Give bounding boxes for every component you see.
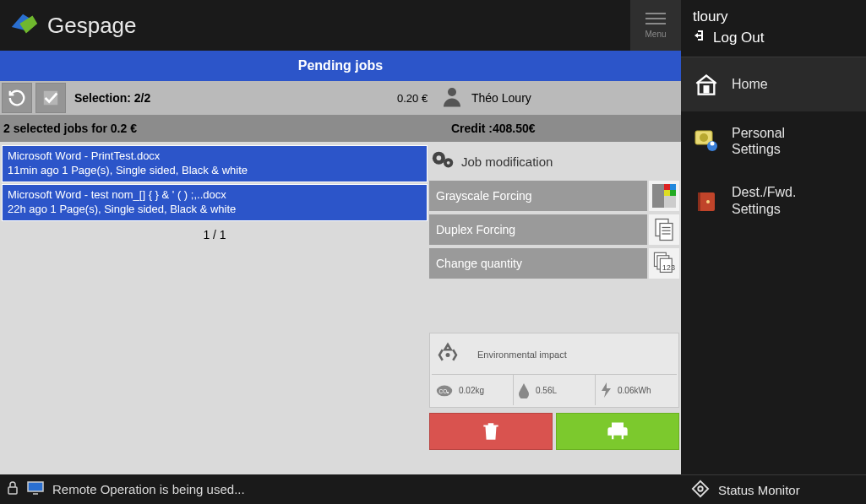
right-panel: Job modification Grayscale Forcing D xyxy=(429,142,679,474)
page-title: Pending jobs xyxy=(0,51,681,81)
job-item[interactable]: Microsoft Word - PrintTest.docx 11min ag… xyxy=(2,145,428,182)
water-value: 0.56L xyxy=(536,386,557,395)
print-button[interactable] xyxy=(556,413,679,450)
svg-point-5 xyxy=(447,161,450,165)
svg-point-37 xyxy=(711,142,715,146)
svg-text:123: 123 xyxy=(662,263,675,272)
svg-rect-29 xyxy=(8,487,17,494)
status-monitor-icon xyxy=(691,480,710,501)
svg-point-41 xyxy=(698,486,703,491)
svg-rect-10 xyxy=(670,190,676,196)
jobmod-header: Job modification xyxy=(429,145,679,181)
svg-rect-33 xyxy=(705,86,709,92)
duplex-icon[interactable] xyxy=(649,214,679,245)
sidebar-personal-label: PersonalSettings xyxy=(732,125,785,157)
svg-rect-25 xyxy=(488,429,490,438)
lock-icon xyxy=(7,481,19,497)
selection-cost: 0.20 € xyxy=(397,92,428,105)
status-monitor-label: Status Monitor xyxy=(718,483,800,497)
content: Microsoft Word - PrintTest.docx 11min ag… xyxy=(0,142,681,474)
svg-rect-28 xyxy=(613,436,621,441)
svg-rect-26 xyxy=(491,429,493,438)
job-meta: 22h ago 1 Page(s), Single sided, Black &… xyxy=(8,203,422,217)
svg-rect-7 xyxy=(664,184,670,190)
job-item[interactable]: Microsoft Word - test nom_[] { } & ' ( )… xyxy=(2,184,428,221)
summary-jobs: 2 selected jobs for 0.2 € xyxy=(0,122,448,135)
select-all-button[interactable] xyxy=(35,83,66,113)
recycle-icon xyxy=(433,340,462,369)
menu-label: Menu xyxy=(645,30,666,39)
environmental-panel: Environmental impact CO₂ 0.02kg 0.56L 0.… xyxy=(429,333,679,408)
svg-rect-13 xyxy=(660,224,673,241)
job-title: Microsoft Word - PrintTest.docx xyxy=(8,149,422,164)
summary-row: 2 selected jobs for 0.2 € Credit :408.50… xyxy=(0,115,681,142)
grayscale-icon[interactable] xyxy=(649,181,679,211)
jobs-list: Microsoft Word - PrintTest.docx 11min ag… xyxy=(0,142,429,474)
delete-button[interactable] xyxy=(429,413,553,450)
quantity-button[interactable]: Change quantity xyxy=(429,248,647,279)
svg-rect-30 xyxy=(28,482,43,491)
svg-point-21 xyxy=(446,353,450,357)
personal-settings-icon xyxy=(693,127,720,154)
svg-rect-38 xyxy=(698,192,700,211)
pagination: 1 / 1 xyxy=(2,228,428,241)
logout-label: Log Out xyxy=(713,30,765,46)
sidebar-dest-label: Dest./Fwd.Settings xyxy=(732,184,796,216)
app-logo: Gespage xyxy=(8,9,137,41)
dest-settings-icon xyxy=(693,187,720,214)
sidebar-item-home[interactable]: Home xyxy=(681,57,866,111)
gear-icon xyxy=(431,149,456,174)
co2-metric: CO₂ 0.02kg xyxy=(432,375,514,405)
monitor-icon xyxy=(27,481,44,497)
status-text: Remote Operation is being used... xyxy=(52,482,245,496)
summary-credit: Credit :408.50€ xyxy=(448,122,536,135)
svg-rect-6 xyxy=(652,184,664,208)
water-metric: 0.56L xyxy=(514,375,596,405)
svg-text:CO₂: CO₂ xyxy=(439,388,450,394)
home-icon xyxy=(693,71,720,98)
svg-point-3 xyxy=(437,155,442,160)
svg-rect-9 xyxy=(664,190,670,196)
status-bar: Remote Operation is being used... xyxy=(0,474,681,504)
printer-icon xyxy=(605,420,630,443)
toolbar: Selection: 2/2 0.20 € Théo Loury xyxy=(0,81,681,115)
sidebar-status-monitor[interactable]: Status Monitor xyxy=(681,474,866,504)
trash-icon xyxy=(480,420,502,443)
svg-point-1 xyxy=(448,88,456,96)
gespage-logo-icon xyxy=(8,9,41,41)
svg-rect-11 xyxy=(664,196,676,208)
job-meta: 11min ago 1 Page(s), Single sided, Black… xyxy=(8,164,422,178)
co2-value: 0.02kg xyxy=(459,386,484,395)
energy-metric: 0.06kWh xyxy=(596,375,677,405)
topbar: Gespage Menu xyxy=(0,0,681,51)
app-name: Gespage xyxy=(47,13,137,39)
user-name: Théo Loury xyxy=(471,91,531,105)
job-title: Microsoft Word - test nom_[] { } & ' ( )… xyxy=(8,188,422,203)
menu-button[interactable]: Menu xyxy=(630,0,681,51)
quantity-icon[interactable]: 123 xyxy=(649,248,679,279)
sidebar-home-label: Home xyxy=(732,76,768,92)
refresh-button[interactable] xyxy=(2,83,32,113)
svg-rect-27 xyxy=(493,429,494,438)
svg-point-35 xyxy=(700,133,708,142)
logout-button[interactable]: Log Out xyxy=(693,29,854,46)
grayscale-button[interactable]: Grayscale Forcing xyxy=(429,181,647,211)
sidebar-item-dest[interactable]: Dest./Fwd.Settings xyxy=(681,171,866,230)
logout-icon xyxy=(693,29,706,46)
energy-value: 0.06kWh xyxy=(618,386,651,395)
user-display: Théo Loury xyxy=(439,84,531,112)
sidebar-item-personal[interactable]: PersonalSettings xyxy=(681,111,866,171)
jobmod-title: Job modification xyxy=(461,154,553,169)
hamburger-icon xyxy=(645,13,666,24)
svg-marker-24 xyxy=(602,382,611,398)
svg-marker-40 xyxy=(693,480,708,496)
user-icon xyxy=(439,84,465,112)
duplex-button[interactable]: Duplex Forcing xyxy=(429,214,647,245)
svg-point-39 xyxy=(706,200,710,203)
env-title: Environmental impact xyxy=(477,350,567,360)
sidebar-username: tloury xyxy=(693,8,854,25)
sidebar: tloury Log Out Home xyxy=(681,0,866,504)
selection-count: Selection: 2/2 xyxy=(74,91,150,105)
svg-rect-8 xyxy=(670,184,676,190)
